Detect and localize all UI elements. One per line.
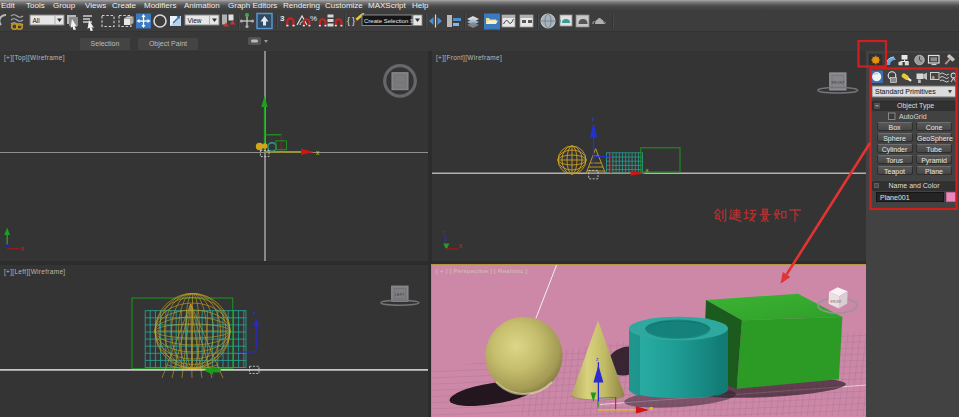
svg-text:{: { — [347, 16, 350, 26]
svg-text:FRONT: FRONT — [831, 300, 842, 304]
svg-text:x: x — [459, 242, 463, 249]
svg-text:z: z — [253, 310, 256, 316]
svg-text:TOP: TOP — [397, 80, 406, 85]
svg-text:%: % — [310, 14, 317, 23]
svg-text:3: 3 — [280, 14, 285, 23]
svg-text:Create Selection Se: Create Selection Se — [364, 18, 418, 24]
svg-text:}: } — [352, 16, 355, 26]
svg-text:x: x — [646, 167, 649, 173]
svg-text:AutoGrid: AutoGrid — [899, 113, 927, 120]
svg-text:x: x — [21, 245, 25, 252]
svg-text:Standard Primitives: Standard Primitives — [875, 88, 936, 95]
svg-text:z: z — [592, 116, 595, 122]
svg-text:LEFT: LEFT — [395, 293, 405, 297]
svg-text:All: All — [33, 17, 41, 24]
svg-text:Object Type: Object Type — [897, 102, 934, 110]
svg-text:View: View — [188, 17, 202, 24]
svg-text:a: a — [932, 74, 936, 80]
svg-text:z: z — [443, 229, 446, 235]
svg-text:FRONT: FRONT — [832, 81, 846, 85]
